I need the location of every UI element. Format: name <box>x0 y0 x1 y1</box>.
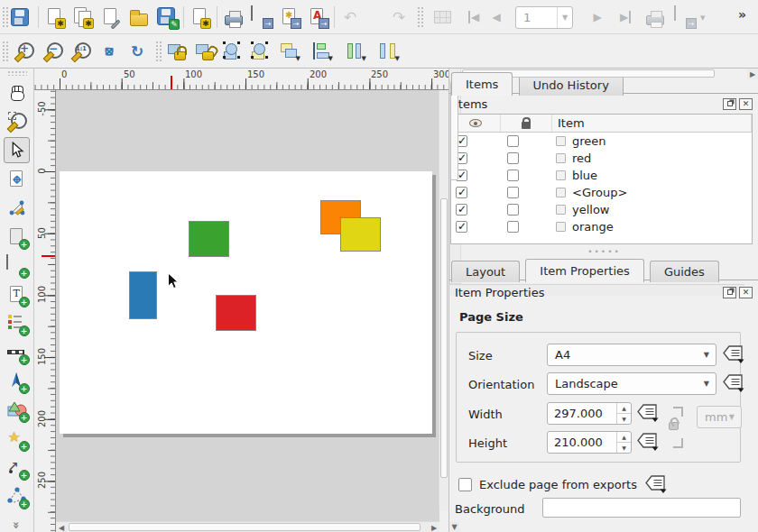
spin-up-icon[interactable]: ▲ <box>617 403 631 414</box>
canvas-vertical-scrollbar[interactable] <box>439 90 448 510</box>
items-row-yellow[interactable]: yellow <box>451 201 752 218</box>
visibility-checkbox[interactable] <box>456 187 467 198</box>
toolbar-drag-handle[interactable] <box>7 70 27 76</box>
scrollbar-thumb[interactable] <box>440 198 448 478</box>
edit-group-button[interactable] <box>248 39 273 64</box>
tab-guides[interactable]: Guides <box>650 261 719 282</box>
lock-checkbox[interactable] <box>507 170 519 181</box>
raise-items-button[interactable]: ▼ <box>276 39 301 64</box>
add-north-arrow-button[interactable] <box>4 368 30 394</box>
link-width-height-icon[interactable] <box>669 407 685 448</box>
scroll-left-arrow[interactable]: ◀ <box>56 522 67 532</box>
add-legend-button[interactable] <box>4 310 30 336</box>
zoom-out-button[interactable]: − <box>41 39 66 64</box>
orientation-data-defined-button[interactable] <box>722 373 745 393</box>
add-shape-button[interactable]: ▼ <box>4 397 30 423</box>
spin-buttons[interactable]: ▲▼ <box>616 432 631 453</box>
atlas-next-feature-button[interactable]: ▶ <box>585 5 610 30</box>
save-as-template-button[interactable] <box>154 5 180 30</box>
dock-float-button[interactable] <box>723 98 736 110</box>
resize-items-button[interactable]: ▼ <box>375 39 401 64</box>
edit-nodes-tool-button[interactable] <box>4 195 30 221</box>
duplicate-layout-button[interactable] <box>70 5 96 30</box>
lock-checkbox[interactable] <box>507 135 519 147</box>
print-button[interactable] <box>221 5 246 30</box>
save-project-button[interactable] <box>7 5 32 30</box>
visibility-checkbox[interactable] <box>456 204 467 216</box>
scroll-right-arrow[interactable]: ▶ <box>747 69 758 79</box>
add-scalebar-button[interactable] <box>4 339 30 365</box>
add-picture-button[interactable] <box>4 252 30 279</box>
add-items-from-template-button[interactable] <box>188 5 213 30</box>
toolbar-drag-handle[interactable] <box>155 41 162 62</box>
visibility-checkbox[interactable] <box>456 221 467 233</box>
layout-item-yellow[interactable] <box>340 217 381 252</box>
page-number-input[interactable] <box>516 11 552 24</box>
scroll-down-arrow[interactable]: ▼ <box>449 521 459 532</box>
background-color-button[interactable] <box>542 498 741 518</box>
lock-checkbox[interactable] <box>507 204 519 216</box>
spin-up-icon[interactable]: ▲ <box>617 432 631 443</box>
export-atlas-button[interactable] <box>672 5 698 30</box>
orientation-combo[interactable]: Landscape▼ <box>547 372 716 395</box>
lock-checkbox[interactable] <box>507 152 519 164</box>
height-spinbox[interactable]: 210.000 ▲▼ <box>547 431 632 454</box>
units-combo[interactable]: mm▼ <box>697 406 742 428</box>
add-label-button[interactable]: T <box>4 281 30 307</box>
dock-close-button[interactable]: ✕ <box>739 98 753 110</box>
height-data-defined-button[interactable] <box>636 432 660 452</box>
refresh-button[interactable]: ↻ <box>125 39 150 64</box>
lock-checkbox[interactable] <box>507 221 519 233</box>
select-move-item-tool-button[interactable] <box>4 137 30 163</box>
lock-column-header[interactable] <box>501 115 552 132</box>
tab-item-properties[interactable]: Item Properties <box>525 259 643 282</box>
items-row-green[interactable]: green <box>451 133 752 150</box>
item-column-header[interactable]: Item <box>552 115 752 132</box>
item-checkbox[interactable] <box>556 222 566 232</box>
layout-item-blue[interactable] <box>129 271 157 319</box>
items-row-group[interactable]: <Group> <box>451 184 752 201</box>
zoom-in-button[interactable]: + <box>12 39 37 64</box>
atlas-previous-feature-button[interactable]: ◀ <box>484 5 509 30</box>
select-item-in-group-button[interactable] <box>220 39 245 64</box>
item-checkbox[interactable] <box>556 153 566 163</box>
layout-manager-button[interactable] <box>98 5 124 30</box>
zoom-actual-button[interactable]: 1:1 <box>69 39 94 64</box>
distribute-items-button[interactable]: ▼ <box>342 39 367 64</box>
align-items-button[interactable]: ▼ <box>309 39 334 64</box>
dock-close-button[interactable]: ✕ <box>739 287 753 298</box>
spin-buttons[interactable]: ▲▼ <box>616 403 631 424</box>
size-combo[interactable]: A4▼ <box>547 344 716 366</box>
layout-item-red[interactable] <box>216 295 256 331</box>
toolbar-drag-handle[interactable] <box>417 6 423 28</box>
scrollbar-thumb[interactable] <box>69 523 421 531</box>
exclude-data-defined-button[interactable] <box>644 474 668 494</box>
layout-viewport[interactable] <box>56 90 439 521</box>
atlas-settings-button[interactable] <box>430 5 455 30</box>
tab-layout[interactable]: Layout <box>451 261 520 282</box>
add-marker-button[interactable]: ★ <box>4 426 30 452</box>
atlas-last-feature-button[interactable]: ▶ <box>613 5 638 30</box>
undo-button[interactable]: ↶ <box>337 5 363 30</box>
new-layout-button[interactable] <box>42 5 68 30</box>
item-checkbox[interactable] <box>556 205 566 215</box>
export-atlas-dropdown-arrow[interactable]: ▼ <box>700 14 705 22</box>
lock-selected-items-button[interactable] <box>164 39 190 64</box>
items-row-orange[interactable]: orange <box>451 218 752 235</box>
tab-items[interactable]: Items <box>451 72 513 96</box>
redo-button[interactable]: ↷ <box>386 5 411 30</box>
open-button[interactable] <box>126 5 152 30</box>
add-arrow-button[interactable]: ↗ <box>4 454 30 481</box>
item-checkbox[interactable] <box>556 170 566 180</box>
toolbar-overflow-button[interactable]: » <box>738 7 746 22</box>
item-checkbox[interactable] <box>556 136 566 146</box>
items-row-blue[interactable]: blue <box>451 167 752 184</box>
export-pdf-button[interactable]: A <box>305 5 330 30</box>
scroll-right-arrow[interactable]: ▶ <box>429 522 439 532</box>
canvas-horizontal-scrollbar[interactable]: ◀ ▶ <box>56 521 439 532</box>
item-checkbox[interactable] <box>556 188 566 197</box>
page-number-dropdown[interactable]: ▼ <box>557 7 572 28</box>
layout-page[interactable] <box>60 171 432 434</box>
print-atlas-button[interactable] <box>642 5 668 30</box>
lock-checkbox[interactable] <box>507 187 519 198</box>
